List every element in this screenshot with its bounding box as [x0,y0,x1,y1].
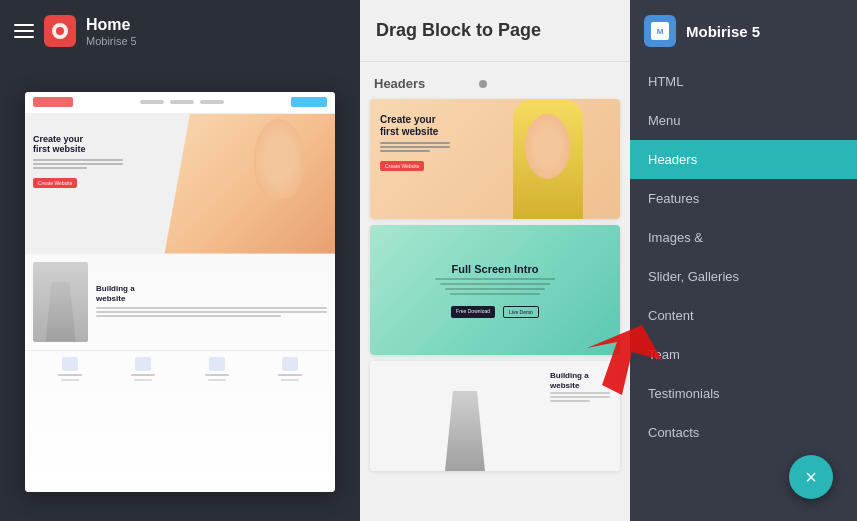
block-card-intro[interactable]: Full Screen Intro Free Download Live Dem… [370,225,620,355]
block-building-image: Building awebsite [370,361,620,471]
right-app-title: Mobirise 5 [686,23,760,40]
right-menu-item-menu[interactable]: Menu [630,101,857,140]
preview-feature-icon-coding [62,357,78,371]
block-card-building[interactable]: Building awebsite [370,361,620,471]
block-intro-button-free: Free Download [451,306,495,318]
preview-nav-link [200,100,224,104]
preview-feature-item [131,357,155,381]
preview-feature-label [131,374,155,376]
right-menu-item-team[interactable]: Team [630,335,857,374]
preview-nav-logo [33,97,73,107]
svg-point-1 [56,27,64,35]
preview-area: Create yourfirst website Create Website … [0,62,360,521]
preview-hero: Create yourfirst website Create Website [25,114,335,254]
preview-building-image [33,262,88,342]
middle-title: Drag Block to Page [376,20,541,41]
section-label-headers: Headers [370,72,620,93]
preview-feature-sublabel [134,379,152,381]
block-intro-heading: Full Screen Intro [435,263,555,275]
right-menu-item-html[interactable]: HTML [630,62,857,101]
block-card-hero[interactable]: Create yourfirst website Create Website [370,99,620,219]
preview-nav-link [140,100,164,104]
preview-feature-sublabel [281,379,299,381]
right-logo: M [644,15,676,47]
left-header: Home Mobirise 5 [0,0,360,62]
block-hero-image: Create yourfirst website Create Website [370,99,620,219]
right-menu: HTMLMenuHeadersFeaturesImages &Slider, G… [630,62,857,521]
preview-hero-button: Create Website [33,178,77,188]
right-menu-item-testimonials[interactable]: Testimonials [630,374,857,413]
preview-feature-item [58,357,82,381]
hamburger-icon[interactable] [14,24,34,38]
app-title: Home [86,15,137,34]
app-subtitle: Mobirise 5 [86,35,137,47]
app-container: Home Mobirise 5 [0,0,857,521]
block-hero-title: Create yourfirst website [380,114,450,138]
preview-features-section [25,350,335,387]
preview-building-heading: Building awebsite [96,284,327,305]
middle-header: Drag Block to Page [360,0,630,62]
preview-hero-text: Create yourfirst website Create Website [33,134,123,190]
preview-feature-icon-mobile [135,357,151,371]
preview-feature-icon-sites [282,357,298,371]
block-hero-face [525,114,570,179]
preview-hero-paragraph [33,159,123,169]
block-hero-subtitle [380,142,450,152]
right-menu-item-slider[interactable]: Slider, Galleries [630,257,857,296]
close-fab-button[interactable]: × [789,455,833,499]
preview-building-text: Building awebsite [96,284,327,320]
preview-feature-sublabel [61,379,79,381]
preview-card-inner: Create yourfirst website Create Website … [25,92,335,492]
block-hero-button: Create Website [380,161,424,171]
preview-card: Create yourfirst website Create Website … [25,92,335,492]
block-intro-image: Full Screen Intro Free Download Live Dem… [370,225,620,355]
block-intro-lines [435,278,555,295]
preview-building-paragraph [96,307,327,317]
close-fab-icon: × [805,466,817,489]
block-building-lines [550,392,610,402]
preview-nav-links [140,100,224,104]
right-menu-item-headers[interactable]: Headers [630,140,857,179]
preview-nav-btn [291,97,327,107]
right-menu-item-contacts[interactable]: Contacts [630,413,857,452]
middle-scroll[interactable]: Headers Create yourfirst website Create … [360,62,630,521]
preview-feature-item [278,357,302,381]
right-menu-item-features[interactable]: Features [630,179,857,218]
preview-feature-label [205,374,229,376]
block-building-title: Building awebsite [550,371,610,392]
preview-hero-heading: Create yourfirst website [33,134,113,156]
scroll-indicator [479,80,487,88]
preview-feature-sublabel [208,379,226,381]
right-menu-item-content[interactable]: Content [630,296,857,335]
block-building-text: Building awebsite [550,371,610,404]
right-panel: M Mobirise 5 HTMLMenuHeadersFeaturesImag… [630,0,857,521]
middle-panel: Drag Block to Page Headers Create yourfi… [360,0,630,521]
left-panel: Home Mobirise 5 [0,0,360,521]
preview-feature-icon-styles [209,357,225,371]
right-logo-inner: M [651,22,669,40]
app-logo-icon [44,15,76,47]
preview-hero-image [165,114,336,254]
right-header: M Mobirise 5 [630,0,857,62]
block-hero-text-overlay: Create yourfirst website Create Website [380,114,450,172]
preview-feature-label [278,374,302,376]
app-title-block: Home Mobirise 5 [86,15,137,46]
block-intro-button-live: Live Demo [503,306,539,318]
block-intro-content: Full Screen Intro Free Download Live Dem… [423,251,567,330]
preview-nav [25,92,335,114]
right-menu-item-images[interactable]: Images & [630,218,857,257]
preview-feature-label [58,374,82,376]
preview-hero-face [254,119,304,199]
preview-building-section: Building awebsite [25,254,335,350]
preview-nav-link [170,100,194,104]
preview-feature-item [205,357,229,381]
block-building-tower [445,391,485,471]
